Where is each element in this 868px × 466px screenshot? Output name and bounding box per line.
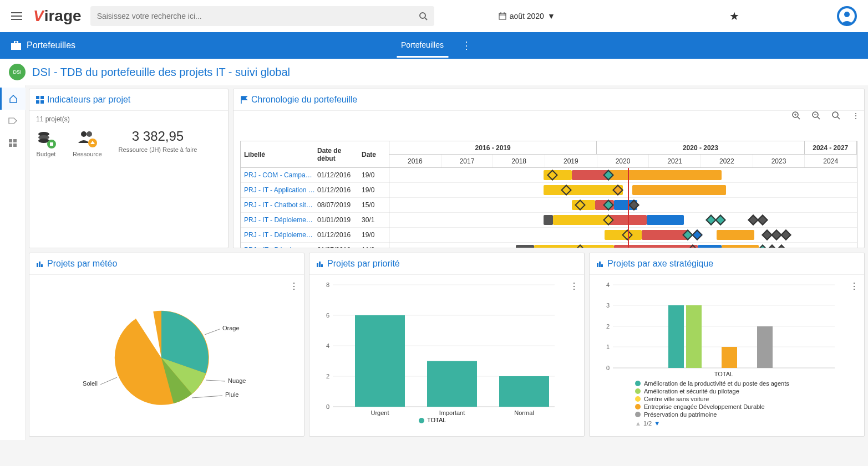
year-label: 2017 [441,155,494,167]
svg-text:0: 0 [326,403,329,410]
year-label: 2018 [493,155,545,167]
year-label: 2023 [753,155,805,167]
col-fin: Date [359,151,387,158]
card-title: Projets par priorité [327,259,400,269]
svg-rect-19 [36,100,39,104]
tab-more-icon[interactable]: ⋮ [461,39,471,52]
year-group-2: 2020 - 2023 [597,141,804,154]
svg-text:1: 1 [606,344,610,350]
logo: Virage [33,7,82,25]
svg-rect-38 [37,263,38,267]
more-icon[interactable]: ⋮ [570,281,578,291]
year-label: 2019 [545,155,597,167]
zoom-out-icon[interactable] [812,111,821,120]
svg-text:Important: Important [439,409,465,416]
svg-rect-25 [50,142,53,146]
sidebar-item-home[interactable] [0,88,26,110]
svg-rect-16 [13,144,17,147]
budget-icon [36,129,56,148]
svg-point-27 [87,131,92,137]
svg-text:Orage: Orage [222,325,240,331]
svg-text:TOTAL: TOTAL [427,417,446,423]
ressource-icon [77,129,97,148]
ressource-value: 3 382,95 [132,129,184,144]
bluebar-title: Portefeuilles [27,40,75,50]
svg-point-68 [419,418,424,423]
year-label: 2021 [649,155,701,167]
svg-rect-70 [597,263,598,267]
search-icon[interactable] [419,12,428,21]
svg-text:Soleil: Soleil [83,380,98,387]
more-icon[interactable]: ⋮ [290,281,298,291]
sidebar-item-grid[interactable] [0,132,26,154]
year-group-1: 2016 - 2019 [389,141,597,154]
gantt-project-link[interactable]: PRJ - IT - Déploiement c [241,216,315,224]
card-meteo: Projets par météo ⋮ [29,253,304,437]
sidebar-item-tag[interactable] [0,110,26,132]
card-priorite: Projets par priorité ⋮ 0 2 4 [309,253,585,437]
hamburger-icon[interactable] [11,12,24,20]
avatar[interactable] [837,6,857,26]
year-label: 2016 [389,155,441,167]
card-title: Projets par axe stratégique [607,259,713,269]
svg-line-4 [425,18,427,20]
chart-icon [596,260,604,268]
year-label: 2020 [597,155,649,167]
card-title: Chronologie du portefeuille [251,95,357,105]
zoom-in-icon[interactable] [792,111,801,120]
svg-point-26 [81,131,87,137]
svg-rect-13 [9,139,12,142]
prev-icon[interactable]: ▲ [635,420,641,427]
svg-rect-17 [36,96,39,99]
card-chronologie: Chronologie du portefeuille ⋮ Libellé Da… [233,89,865,248]
date-selector[interactable]: août 2020 ▼ [499,12,555,21]
svg-rect-50 [319,262,321,267]
svg-rect-49 [317,263,318,267]
zoom-reset-icon[interactable] [832,111,841,120]
legend-pager[interactable]: ▲ 1/2 ▼ [635,420,857,427]
dsi-badge: DSI [9,64,26,80]
year-group-3: 2024 - 2027 [805,141,857,154]
gantt-project-link[interactable]: PRJ - IT - Chatbot site w [241,201,315,209]
gantt-project-link[interactable]: PRJ - IT - Développemen [241,246,315,248]
svg-rect-86 [757,326,773,368]
star-icon[interactable]: ★ [729,9,739,23]
bar-chart-strategique: 0 1 2 3 4 [596,279,851,379]
gantt-table: Libellé Date de début Date PRJ - COM - C… [240,141,857,248]
svg-rect-62 [355,315,405,407]
svg-rect-85 [722,347,737,368]
ressource-big-label: Ressource (JH) Reste à faire [119,146,197,153]
tab-portefeuilles[interactable]: Portefeuilles [397,34,448,58]
pie-chart: Orage Nuage Pluie Soleil [67,291,267,424]
search-box[interactable] [90,6,434,26]
svg-rect-51 [321,264,323,267]
svg-rect-83 [668,305,684,368]
svg-text:6: 6 [326,312,329,319]
card-strategique: Projets par axe stratégique ⋮ 0 1 2 [589,253,865,437]
search-input[interactable] [97,12,419,21]
svg-text:4: 4 [606,281,610,288]
table-row: PRJ - IT - Déploiement c01/01/201930/1 [241,213,389,228]
card-indicateurs: Indicateurs par projet 11 projet(s) Budg… [29,89,229,248]
gantt-project-link[interactable]: PRJ - IT - Application "M [241,186,315,194]
year-label: 2022 [701,155,753,167]
calendar-icon [499,12,506,20]
more-icon[interactable]: ⋮ [852,111,860,120]
project-count: 11 projet(s) [36,115,221,123]
svg-rect-12 [14,41,18,43]
briefcase-icon [11,41,21,50]
sidebar [0,85,26,440]
gantt-project-link[interactable]: PRJ - COM - Campagne [241,171,315,179]
more-icon[interactable]: ⋮ [850,281,859,291]
svg-line-37 [837,117,840,119]
svg-line-30 [798,117,800,119]
gantt-project-link[interactable]: PRJ - IT - Déploiement c [241,231,315,239]
svg-text:8: 8 [326,281,329,288]
col-libelle: Libellé [241,141,315,167]
svg-rect-11 [11,43,21,50]
top-bar: Virage août 2020 ▼ ★ [0,0,868,32]
budget-label: Budget [37,151,56,157]
next-icon[interactable]: ▼ [654,420,660,427]
svg-rect-39 [39,262,40,267]
svg-text:2: 2 [606,323,610,330]
